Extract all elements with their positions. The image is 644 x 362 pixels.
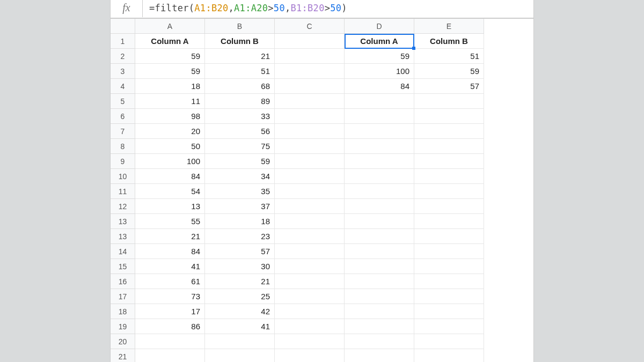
row-header-21[interactable]: 21 <box>111 349 135 362</box>
cell-E12[interactable] <box>414 199 484 214</box>
cell-D4[interactable]: 84 <box>345 79 414 94</box>
cell-A10[interactable]: 84 <box>135 169 205 184</box>
cell-A12[interactable]: 13 <box>135 199 205 214</box>
cell-E5[interactable] <box>414 94 484 109</box>
cell-E15[interactable] <box>414 244 484 259</box>
cell-E7[interactable] <box>414 124 484 139</box>
row-header-18[interactable]: 18 <box>111 304 135 319</box>
cell-C10[interactable] <box>275 169 345 184</box>
cell-E17[interactable] <box>414 274 484 289</box>
cell-A22[interactable] <box>135 349 205 362</box>
cell-D10[interactable] <box>345 169 414 184</box>
cell-C20[interactable] <box>275 319 345 334</box>
cell-A13[interactable]: 55 <box>135 214 205 229</box>
row-header-3[interactable]: 3 <box>111 64 135 79</box>
cell-C3[interactable] <box>275 64 345 79</box>
cell-A21[interactable] <box>135 334 205 349</box>
cell-E13[interactable] <box>414 214 484 229</box>
cell-B19[interactable]: 42 <box>205 304 275 319</box>
cell-D7[interactable] <box>345 124 414 139</box>
cell-B22[interactable] <box>205 349 275 362</box>
cell-E19[interactable] <box>414 304 484 319</box>
cell-D9[interactable] <box>345 154 414 169</box>
cell-D11[interactable] <box>345 184 414 199</box>
column-header-D[interactable]: D <box>345 19 414 34</box>
row-header-4[interactable]: 4 <box>111 79 135 94</box>
cell-D13[interactable] <box>345 214 414 229</box>
row-header-15[interactable]: 15 <box>111 259 135 274</box>
cell-B14[interactable]: 23 <box>205 229 275 244</box>
cell-C4[interactable] <box>275 79 345 94</box>
cell-C19[interactable] <box>275 304 345 319</box>
cell-C13[interactable] <box>275 214 345 229</box>
fx-icon[interactable]: fx <box>111 0 143 17</box>
column-header-C[interactable]: C <box>275 19 345 34</box>
cell-A4[interactable]: 18 <box>135 79 205 94</box>
row-header-16[interactable]: 16 <box>111 274 135 289</box>
row-header-13[interactable]: 13 <box>111 214 135 229</box>
cell-E9[interactable] <box>414 154 484 169</box>
cell-B13[interactable]: 18 <box>205 214 275 229</box>
cell-B16[interactable]: 30 <box>205 259 275 274</box>
cell-D6[interactable] <box>345 109 414 124</box>
cell-D18[interactable] <box>345 289 414 304</box>
row-header-10[interactable]: 10 <box>111 169 135 184</box>
row-header-14[interactable]: 14 <box>111 244 135 259</box>
cell-B17[interactable]: 21 <box>205 274 275 289</box>
cell-C11[interactable] <box>275 184 345 199</box>
cell-D16[interactable] <box>345 259 414 274</box>
cell-E1[interactable]: Column B <box>414 34 484 49</box>
cell-C12[interactable] <box>275 199 345 214</box>
cell-B9[interactable]: 59 <box>205 154 275 169</box>
row-header-17[interactable]: 17 <box>111 289 135 304</box>
cell-E3[interactable]: 59 <box>414 64 484 79</box>
cell-A9[interactable]: 100 <box>135 154 205 169</box>
cell-A8[interactable]: 50 <box>135 139 205 154</box>
cell-C5[interactable] <box>275 94 345 109</box>
cell-E2[interactable]: 51 <box>414 49 484 64</box>
cell-B15[interactable]: 57 <box>205 244 275 259</box>
cell-B7[interactable]: 56 <box>205 124 275 139</box>
row-header-8[interactable]: 8 <box>111 139 135 154</box>
cell-E18[interactable] <box>414 289 484 304</box>
cell-C2[interactable] <box>275 49 345 64</box>
cell-E16[interactable] <box>414 259 484 274</box>
column-header-B[interactable]: B <box>205 19 275 34</box>
column-header-E[interactable]: E <box>414 19 484 34</box>
cell-B18[interactable]: 25 <box>205 289 275 304</box>
cell-B3[interactable]: 51 <box>205 64 275 79</box>
cell-C7[interactable] <box>275 124 345 139</box>
cell-D22[interactable] <box>345 349 414 362</box>
cell-A6[interactable]: 98 <box>135 109 205 124</box>
cell-D5[interactable] <box>345 94 414 109</box>
cell-D19[interactable] <box>345 304 414 319</box>
spreadsheet-grid[interactable]: ABCDE1Column AColumn BColumn AColumn B25… <box>111 18 533 362</box>
cell-E22[interactable] <box>414 349 484 362</box>
cell-D8[interactable] <box>345 139 414 154</box>
cell-D3[interactable]: 100 <box>345 64 414 79</box>
row-header-6[interactable]: 6 <box>111 109 135 124</box>
cell-C9[interactable] <box>275 154 345 169</box>
formula-input[interactable]: =filter(A1:B20,A1:A20>50,B1:B20>50) <box>143 0 533 17</box>
cell-E20[interactable] <box>414 319 484 334</box>
cell-A2[interactable]: 59 <box>135 49 205 64</box>
cell-A1[interactable]: Column A <box>135 34 205 49</box>
cell-E4[interactable]: 57 <box>414 79 484 94</box>
cell-A20[interactable]: 86 <box>135 319 205 334</box>
cell-B4[interactable]: 68 <box>205 79 275 94</box>
row-header-9[interactable]: 9 <box>111 154 135 169</box>
cell-B6[interactable]: 33 <box>205 109 275 124</box>
cell-E10[interactable] <box>414 169 484 184</box>
cell-D21[interactable] <box>345 334 414 349</box>
cell-D15[interactable] <box>345 244 414 259</box>
cell-A5[interactable]: 11 <box>135 94 205 109</box>
cell-C16[interactable] <box>275 259 345 274</box>
cell-C6[interactable] <box>275 109 345 124</box>
cell-C14[interactable] <box>275 229 345 244</box>
select-all-corner[interactable] <box>111 19 135 34</box>
cell-A14[interactable]: 21 <box>135 229 205 244</box>
row-header-7[interactable]: 7 <box>111 124 135 139</box>
cell-B2[interactable]: 21 <box>205 49 275 64</box>
row-header-1[interactable]: 1 <box>111 34 135 49</box>
cell-D12[interactable] <box>345 199 414 214</box>
